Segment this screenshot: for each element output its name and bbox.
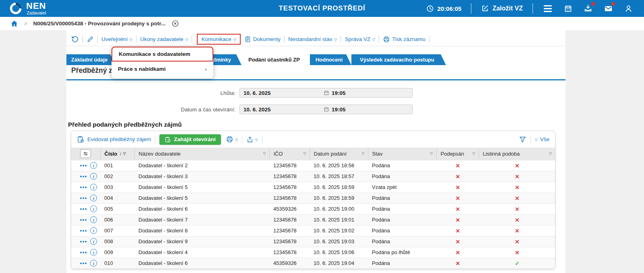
column-header-listinna[interactable]: Listinná podoba▽ [479, 148, 555, 160]
cross-icon: ✕ [515, 206, 519, 212]
nen-logo[interactable]: NEN Zadavatel [9, 2, 46, 15]
column-filter-icon[interactable]: ▽ [303, 152, 306, 156]
main-menu-button[interactable] [543, 3, 553, 14]
table-row: i 004 Dodavatel - školení 5 12345678 10.… [71, 193, 555, 203]
row-info-icon[interactable]: i [90, 195, 97, 201]
row-menu-icon[interactable] [80, 197, 87, 199]
row-menu-icon[interactable] [80, 208, 87, 210]
row-info-icon[interactable]: i [90, 227, 97, 234]
column-header-ico[interactable]: IČO▽ [269, 148, 310, 160]
profile-button[interactable] [623, 3, 634, 14]
menu-item-label: Komunikace s dodavatelem [119, 51, 190, 57]
cell-podepsan: ✕ [436, 247, 479, 258]
deadline-form: Lhůta: 10. 6. 2025 19:05 Datum a čas ote… [66, 88, 566, 121]
menu-item-prace-s-nabidkami[interactable]: Práce s nabídkami › [111, 62, 213, 76]
column-header-nazev[interactable]: Název dodavatele▽ [134, 148, 269, 160]
row-info-icon[interactable]: i [90, 238, 97, 245]
cross-icon: ✕ [456, 185, 460, 191]
column-settings-button[interactable] [80, 149, 91, 158]
edit-record-button[interactable] [87, 36, 94, 43]
row-info-icon[interactable]: i [90, 216, 97, 223]
cell-stav: Vzata zpět [368, 182, 436, 193]
cell-nazev-dodavatele: Dodavatel - školení 8 [134, 225, 269, 236]
breadcrumb-item[interactable]: N006/25/V00005438 - Provozování prodejny… [33, 21, 166, 27]
row-menu-icon[interactable] [80, 165, 87, 166]
row-menu-icon[interactable] [80, 263, 87, 264]
filter-button[interactable] [519, 135, 526, 143]
column-filter-icon[interactable]: ▽ [473, 152, 475, 156]
record-toolbar: Uveřejnění ▽ Úkony zadavatele ▽ Komunika… [66, 30, 566, 46]
column-header-cislo[interactable]: Číslo ↑ ▽ [100, 148, 134, 160]
menu-item-label: Práce s nabídkami [118, 66, 166, 72]
menu-uverejneni[interactable]: Uveřejnění ▽ [101, 36, 132, 42]
table-row: i 005 Dodavatel - školení 6 45359326 10.… [71, 203, 555, 214]
cell-datum-podani: 10. 6. 2025 18:59 [310, 193, 368, 203]
vse-label: Vše [540, 136, 549, 142]
row-info-icon[interactable]: i [90, 249, 97, 256]
row-menu-icon[interactable] [80, 187, 87, 188]
menu-item-komunikace-s-dodavatelem[interactable]: Komunikace s dodavatelem [111, 47, 213, 62]
lhuta-label: Lhůta: [66, 90, 239, 96]
print-table-button[interactable]: ▽ [226, 135, 238, 143]
row-info-icon[interactable]: i [90, 205, 97, 212]
submenu-chevron-icon: › [205, 66, 207, 72]
column-filter-icon[interactable]: ▽ [362, 152, 365, 156]
chevron-down-icon: ▽ [130, 37, 132, 42]
vse-filter-dropdown[interactable]: ▽ Vše [535, 136, 549, 142]
tab-podani-ucastniku-zp[interactable]: Podání účastníků ZP [242, 54, 310, 65]
evidovat-button[interactable]: Evidovat předběžný zájem [77, 135, 151, 143]
row-menu-icon[interactable] [80, 252, 87, 253]
create-vz-button[interactable]: Založit VZ [481, 4, 523, 12]
menu-label: Tisk záznamu [392, 36, 425, 42]
export-button[interactable]: ▽ [246, 136, 258, 143]
edit-icon [481, 4, 489, 12]
menu-ukony-zadavatele[interactable]: Úkony zadavatele ▽ [140, 36, 188, 42]
column-header-stav[interactable]: Stav▽ [368, 148, 436, 160]
check-icon: ✓ [515, 261, 519, 267]
chevron-down-icon: ▽ [372, 37, 375, 42]
history-button[interactable] [71, 35, 79, 43]
cell-cislo: 002 [100, 171, 134, 182]
lhuta-time-value: 19:05 [329, 90, 346, 96]
chevron-down-icon: ▽ [186, 37, 188, 42]
row-menu-icon[interactable] [80, 219, 87, 221]
menu-tisk-zaznamu[interactable]: Tisk záznamu [383, 36, 425, 43]
close-record-button[interactable] [171, 20, 179, 27]
tab-hodnoceni[interactable]: Hodnocení [310, 54, 351, 65]
cell-datum-podani: 10. 6. 2025 18:59 [310, 182, 368, 193]
column-header-datum[interactable]: Datum podání▽ [310, 148, 368, 160]
tab-vysledek-zadavaciho-postupu[interactable]: Výsledek zadávacího postupu [351, 54, 446, 65]
cell-ico: 12345678 [269, 193, 310, 203]
cell-cislo: 006 [100, 214, 134, 225]
menu-nestandardni-stav[interactable]: Nestandardní stav ▽ [288, 36, 337, 42]
row-info-icon[interactable]: i [90, 173, 97, 180]
menu-sprava-vz[interactable]: Správa VZ ▽ [345, 36, 375, 42]
cross-icon: ✕ [456, 195, 460, 201]
inbox-button[interactable] [583, 3, 593, 14]
messages-button[interactable] [603, 3, 613, 14]
cell-datum-podani: 10. 6. 2025 19:06 [310, 247, 368, 258]
column-filter-icon[interactable]: ▽ [549, 152, 552, 156]
row-menu-icon[interactable] [80, 176, 87, 177]
menu-komunikace[interactable]: Komunikace ▽ [197, 34, 240, 45]
cell-listinna-podoba: ✕ [479, 193, 555, 203]
column-filter-icon[interactable]: ▽ [123, 152, 126, 156]
menu-dokumenty[interactable]: Dokumenty [244, 36, 281, 43]
cross-icon: ✕ [515, 185, 519, 191]
column-filter-icon[interactable]: ▽ [263, 152, 266, 156]
tab-zakladni-udaje[interactable]: Základní údaje [66, 54, 116, 65]
calendar-button[interactable] [563, 3, 573, 14]
row-menu-icon[interactable] [80, 241, 87, 242]
oteviran-field[interactable]: 10. 6. 2025 19:05 [239, 105, 413, 114]
column-filter-icon[interactable]: ▽ [430, 152, 433, 156]
row-info-icon[interactable]: i [90, 260, 97, 267]
row-menu-icon[interactable] [80, 230, 87, 232]
row-info-icon[interactable]: i [90, 184, 97, 191]
cell-listinna-podoba: ✕ [479, 182, 555, 193]
column-label: Podepsán [441, 151, 464, 157]
row-info-icon[interactable]: i [90, 162, 97, 169]
lhuta-field[interactable]: 10. 6. 2025 19:05 [239, 88, 413, 98]
column-header-podepsan[interactable]: Podepsán▽ [436, 148, 479, 160]
zahajit-oteviran-button[interactable]: Zahájit otevírání [159, 134, 221, 145]
home-button[interactable] [10, 20, 18, 27]
